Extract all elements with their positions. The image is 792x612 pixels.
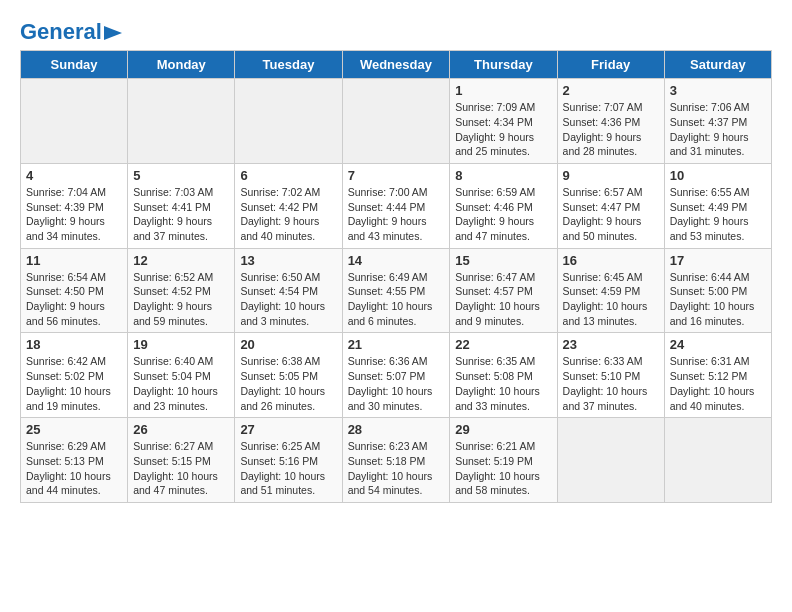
day-number: 9 [563,168,659,183]
logo: General [20,20,122,40]
day-content: Sunrise: 6:29 AM Sunset: 5:13 PM Dayligh… [26,439,122,498]
day-number: 6 [240,168,336,183]
column-header-wednesday: Wednesday [342,51,450,79]
calendar-cell: 16Sunrise: 6:45 AM Sunset: 4:59 PM Dayli… [557,248,664,333]
day-content: Sunrise: 7:02 AM Sunset: 4:42 PM Dayligh… [240,185,336,244]
day-number: 20 [240,337,336,352]
day-content: Sunrise: 6:55 AM Sunset: 4:49 PM Dayligh… [670,185,766,244]
calendar-cell: 22Sunrise: 6:35 AM Sunset: 5:08 PM Dayli… [450,333,557,418]
calendar-cell [557,418,664,503]
calendar-cell: 25Sunrise: 6:29 AM Sunset: 5:13 PM Dayli… [21,418,128,503]
day-content: Sunrise: 6:47 AM Sunset: 4:57 PM Dayligh… [455,270,551,329]
day-number: 3 [670,83,766,98]
calendar-cell [128,79,235,164]
calendar-cell: 1Sunrise: 7:09 AM Sunset: 4:34 PM Daylig… [450,79,557,164]
day-content: Sunrise: 7:09 AM Sunset: 4:34 PM Dayligh… [455,100,551,159]
day-content: Sunrise: 6:59 AM Sunset: 4:46 PM Dayligh… [455,185,551,244]
day-content: Sunrise: 6:25 AM Sunset: 5:16 PM Dayligh… [240,439,336,498]
calendar-week-row: 4Sunrise: 7:04 AM Sunset: 4:39 PM Daylig… [21,163,772,248]
calendar-cell: 9Sunrise: 6:57 AM Sunset: 4:47 PM Daylig… [557,163,664,248]
day-content: Sunrise: 6:31 AM Sunset: 5:12 PM Dayligh… [670,354,766,413]
day-number: 12 [133,253,229,268]
day-number: 24 [670,337,766,352]
day-number: 1 [455,83,551,98]
day-content: Sunrise: 6:21 AM Sunset: 5:19 PM Dayligh… [455,439,551,498]
calendar-week-row: 11Sunrise: 6:54 AM Sunset: 4:50 PM Dayli… [21,248,772,333]
calendar-cell: 3Sunrise: 7:06 AM Sunset: 4:37 PM Daylig… [664,79,771,164]
day-number: 14 [348,253,445,268]
calendar-cell [21,79,128,164]
day-number: 21 [348,337,445,352]
day-number: 22 [455,337,551,352]
day-content: Sunrise: 7:04 AM Sunset: 4:39 PM Dayligh… [26,185,122,244]
calendar-cell: 24Sunrise: 6:31 AM Sunset: 5:12 PM Dayli… [664,333,771,418]
column-header-monday: Monday [128,51,235,79]
calendar-cell: 10Sunrise: 6:55 AM Sunset: 4:49 PM Dayli… [664,163,771,248]
calendar-cell: 6Sunrise: 7:02 AM Sunset: 4:42 PM Daylig… [235,163,342,248]
day-content: Sunrise: 6:27 AM Sunset: 5:15 PM Dayligh… [133,439,229,498]
day-content: Sunrise: 7:00 AM Sunset: 4:44 PM Dayligh… [348,185,445,244]
calendar-cell: 19Sunrise: 6:40 AM Sunset: 5:04 PM Dayli… [128,333,235,418]
day-content: Sunrise: 6:54 AM Sunset: 4:50 PM Dayligh… [26,270,122,329]
page-header: General [20,20,772,40]
calendar-cell: 29Sunrise: 6:21 AM Sunset: 5:19 PM Dayli… [450,418,557,503]
day-content: Sunrise: 6:45 AM Sunset: 4:59 PM Dayligh… [563,270,659,329]
calendar-cell: 26Sunrise: 6:27 AM Sunset: 5:15 PM Dayli… [128,418,235,503]
column-header-friday: Friday [557,51,664,79]
day-content: Sunrise: 6:35 AM Sunset: 5:08 PM Dayligh… [455,354,551,413]
calendar-cell: 14Sunrise: 6:49 AM Sunset: 4:55 PM Dayli… [342,248,450,333]
day-content: Sunrise: 7:03 AM Sunset: 4:41 PM Dayligh… [133,185,229,244]
calendar-cell: 17Sunrise: 6:44 AM Sunset: 5:00 PM Dayli… [664,248,771,333]
day-number: 5 [133,168,229,183]
day-number: 15 [455,253,551,268]
calendar-cell: 23Sunrise: 6:33 AM Sunset: 5:10 PM Dayli… [557,333,664,418]
day-number: 13 [240,253,336,268]
day-number: 16 [563,253,659,268]
day-number: 4 [26,168,122,183]
day-number: 7 [348,168,445,183]
calendar-cell: 28Sunrise: 6:23 AM Sunset: 5:18 PM Dayli… [342,418,450,503]
day-content: Sunrise: 6:40 AM Sunset: 5:04 PM Dayligh… [133,354,229,413]
day-content: Sunrise: 6:36 AM Sunset: 5:07 PM Dayligh… [348,354,445,413]
day-number: 17 [670,253,766,268]
day-number: 23 [563,337,659,352]
day-content: Sunrise: 6:42 AM Sunset: 5:02 PM Dayligh… [26,354,122,413]
calendar-cell: 4Sunrise: 7:04 AM Sunset: 4:39 PM Daylig… [21,163,128,248]
calendar-week-row: 25Sunrise: 6:29 AM Sunset: 5:13 PM Dayli… [21,418,772,503]
calendar-cell [342,79,450,164]
calendar-cell: 18Sunrise: 6:42 AM Sunset: 5:02 PM Dayli… [21,333,128,418]
day-number: 26 [133,422,229,437]
calendar-header-row: SundayMondayTuesdayWednesdayThursdayFrid… [21,51,772,79]
column-header-saturday: Saturday [664,51,771,79]
calendar-cell: 12Sunrise: 6:52 AM Sunset: 4:52 PM Dayli… [128,248,235,333]
day-content: Sunrise: 6:49 AM Sunset: 4:55 PM Dayligh… [348,270,445,329]
svg-marker-0 [104,26,122,40]
day-content: Sunrise: 7:06 AM Sunset: 4:37 PM Dayligh… [670,100,766,159]
day-content: Sunrise: 6:57 AM Sunset: 4:47 PM Dayligh… [563,185,659,244]
day-content: Sunrise: 6:50 AM Sunset: 4:54 PM Dayligh… [240,270,336,329]
calendar-week-row: 1Sunrise: 7:09 AM Sunset: 4:34 PM Daylig… [21,79,772,164]
calendar-table: SundayMondayTuesdayWednesdayThursdayFrid… [20,50,772,503]
calendar-cell: 11Sunrise: 6:54 AM Sunset: 4:50 PM Dayli… [21,248,128,333]
day-number: 10 [670,168,766,183]
day-number: 25 [26,422,122,437]
day-number: 18 [26,337,122,352]
calendar-cell: 7Sunrise: 7:00 AM Sunset: 4:44 PM Daylig… [342,163,450,248]
calendar-cell: 20Sunrise: 6:38 AM Sunset: 5:05 PM Dayli… [235,333,342,418]
day-content: Sunrise: 7:07 AM Sunset: 4:36 PM Dayligh… [563,100,659,159]
calendar-cell: 27Sunrise: 6:25 AM Sunset: 5:16 PM Dayli… [235,418,342,503]
day-number: 2 [563,83,659,98]
day-number: 8 [455,168,551,183]
logo-text: General [20,20,122,44]
column-header-tuesday: Tuesday [235,51,342,79]
day-content: Sunrise: 6:44 AM Sunset: 5:00 PM Dayligh… [670,270,766,329]
column-header-thursday: Thursday [450,51,557,79]
calendar-cell: 5Sunrise: 7:03 AM Sunset: 4:41 PM Daylig… [128,163,235,248]
calendar-cell: 2Sunrise: 7:07 AM Sunset: 4:36 PM Daylig… [557,79,664,164]
calendar-cell: 13Sunrise: 6:50 AM Sunset: 4:54 PM Dayli… [235,248,342,333]
day-number: 11 [26,253,122,268]
calendar-cell [664,418,771,503]
calendar-cell: 15Sunrise: 6:47 AM Sunset: 4:57 PM Dayli… [450,248,557,333]
column-header-sunday: Sunday [21,51,128,79]
calendar-cell: 21Sunrise: 6:36 AM Sunset: 5:07 PM Dayli… [342,333,450,418]
